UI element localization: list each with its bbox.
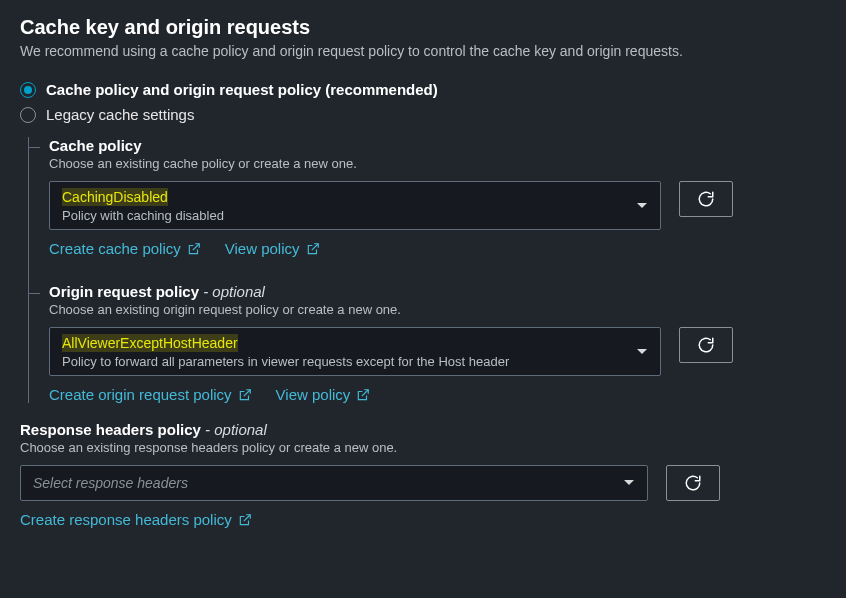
view-cache-policy-label: View policy [225, 240, 300, 257]
caret-down-icon [623, 479, 635, 487]
external-link-icon [238, 388, 252, 402]
radio-selected-icon [20, 82, 36, 98]
external-link-icon [306, 242, 320, 256]
radio-legacy[interactable]: Legacy cache settings [20, 106, 826, 123]
origin-policy-value: AllViewerExceptHostHeader [62, 334, 238, 352]
caret-down-icon [636, 202, 648, 210]
origin-policy-sub: Policy to forward all parameters in view… [62, 354, 620, 369]
origin-policy-select[interactable]: AllViewerExceptHostHeader Policy to forw… [49, 327, 661, 376]
origin-policy-refresh-button[interactable] [679, 327, 733, 363]
response-policy-refresh-button[interactable] [666, 465, 720, 501]
policy-indent-block: Cache policy Choose an existing cache po… [28, 137, 826, 403]
cache-policy-refresh-button[interactable] [679, 181, 733, 217]
origin-policy-group: Origin request policy - optional Choose … [49, 283, 826, 403]
cache-policy-group: Cache policy Choose an existing cache po… [49, 137, 826, 257]
cache-policy-title: Cache policy [49, 137, 826, 154]
radio-unselected-icon [20, 107, 36, 123]
origin-policy-desc: Choose an existing origin request policy… [49, 302, 826, 317]
create-origin-policy-label: Create origin request policy [49, 386, 232, 403]
cache-policy-sub: Policy with caching disabled [62, 208, 620, 223]
origin-policy-title: Origin request policy - optional [49, 283, 826, 300]
caret-down-icon [636, 348, 648, 356]
create-cache-policy-label: Create cache policy [49, 240, 181, 257]
cache-policy-desc: Choose an existing cache policy or creat… [49, 156, 826, 171]
create-response-policy-label: Create response headers policy [20, 511, 232, 528]
cache-mode-radio-group: Cache policy and origin request policy (… [20, 81, 826, 123]
radio-legacy-label: Legacy cache settings [46, 106, 194, 123]
response-policy-placeholder: Select response headers [33, 475, 607, 491]
response-policy-group: Response headers policy - optional Choos… [20, 421, 826, 528]
section-title: Cache key and origin requests [20, 16, 826, 39]
section-description: We recommend using a cache policy and or… [20, 43, 826, 59]
view-origin-policy-label: View policy [276, 386, 351, 403]
radio-recommended[interactable]: Cache policy and origin request policy (… [20, 81, 826, 98]
create-origin-policy-link[interactable]: Create origin request policy [49, 386, 252, 403]
radio-recommended-label: Cache policy and origin request policy (… [46, 81, 438, 98]
response-policy-title: Response headers policy - optional [20, 421, 826, 438]
external-link-icon [238, 513, 252, 527]
create-cache-policy-link[interactable]: Create cache policy [49, 240, 201, 257]
view-origin-policy-link[interactable]: View policy [276, 386, 371, 403]
view-cache-policy-link[interactable]: View policy [225, 240, 320, 257]
response-policy-desc: Choose an existing response headers poli… [20, 440, 826, 455]
external-link-icon [187, 242, 201, 256]
external-link-icon [356, 388, 370, 402]
cache-policy-value: CachingDisabled [62, 188, 168, 206]
create-response-policy-link[interactable]: Create response headers policy [20, 511, 252, 528]
response-policy-select[interactable]: Select response headers [20, 465, 648, 501]
cache-policy-select[interactable]: CachingDisabled Policy with caching disa… [49, 181, 661, 230]
